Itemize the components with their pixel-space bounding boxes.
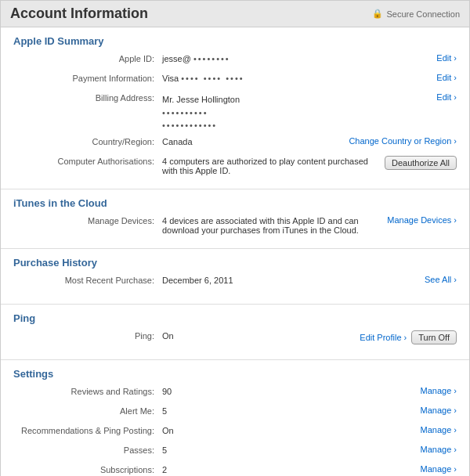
alert-me-value: 5: [162, 406, 371, 416]
payment-row: Payment Information: Visa •••• •••• ••••…: [13, 73, 457, 88]
most-recent-purchase-value: December 6, 2011: [162, 275, 371, 285]
alert-me-label: Alert Me:: [13, 406, 162, 416]
recommendations-row: Recommendations & Ping Posting: On Manag…: [13, 425, 457, 441]
ping-row: Ping: On Edit Profile › Turn Off: [13, 330, 457, 346]
page-header: Account Information 🔒 Secure Connection: [1, 1, 469, 27]
country-label: Country/Region:: [13, 136, 162, 146]
subscriptions-manage-link[interactable]: Manage ›: [421, 464, 457, 474]
recommendations-value: On: [162, 425, 371, 435]
apple-id-value: jesse@ ••••••••: [162, 53, 371, 63]
passes-label: Passes:: [13, 445, 162, 455]
purchase-history-section: Purchase History Most Recent Purchase: D…: [1, 249, 469, 305]
ping-section: Ping Ping: On Edit Profile › Turn Off: [1, 305, 469, 360]
subscriptions-action[interactable]: Manage ›: [371, 464, 457, 474]
page-title: Account Information: [10, 5, 148, 22]
payment-edit-link[interactable]: Edit ›: [436, 73, 457, 82]
billing-edit-action[interactable]: Edit ›: [371, 92, 457, 102]
recommendations-action[interactable]: Manage ›: [371, 425, 457, 435]
most-recent-purchase-row: Most Recent Purchase: December 6, 2011 S…: [13, 275, 457, 290]
passes-value: 5: [162, 445, 371, 455]
recommendations-label: Recommendations & Ping Posting:: [13, 425, 162, 435]
reviews-ratings-action[interactable]: Manage ›: [371, 386, 457, 395]
country-change-action[interactable]: Change Country or Region ›: [349, 136, 457, 146]
most-recent-purchase-label: Most Recent Purchase:: [13, 275, 162, 285]
secure-connection-label: 🔒 Secure Connection: [372, 9, 460, 19]
purchase-history-title: Purchase History: [13, 257, 457, 269]
apple-id-label: Apple ID:: [13, 53, 162, 63]
recommendations-manage-link[interactable]: Manage ›: [421, 425, 457, 435]
apple-id-edit-action[interactable]: Edit ›: [371, 53, 457, 63]
country-change-link[interactable]: Change Country or Region ›: [349, 136, 457, 146]
manage-devices-row: Manage Devices: 4 devices are associated…: [13, 215, 457, 235]
settings-title: Settings: [13, 368, 457, 380]
apple-id-summary-title: Apple ID Summary: [13, 35, 457, 47]
passes-row: Passes: 5 Manage ›: [13, 445, 457, 460]
turn-off-button[interactable]: Turn Off: [411, 330, 457, 344]
payment-edit-action[interactable]: Edit ›: [371, 73, 457, 82]
reviews-ratings-manage-link[interactable]: Manage ›: [421, 386, 457, 395]
billing-row: Billing Address: Mr. Jesse Hollington ••…: [13, 92, 457, 132]
billing-label: Billing Address:: [13, 92, 162, 103]
billing-edit-link[interactable]: Edit ›: [436, 92, 457, 102]
passes-action[interactable]: Manage ›: [371, 445, 457, 454]
ping-label: Ping:: [13, 330, 162, 341]
country-row: Country/Region: Canada Change Country or…: [13, 136, 457, 152]
apple-id-summary-section: Apple ID Summary Apple ID: jesse@ ••••••…: [1, 27, 469, 189]
deauthorize-all-action[interactable]: Deauthorize All: [371, 156, 457, 170]
computer-auth-row: Computer Authorisations: 4 computers are…: [13, 156, 457, 175]
see-all-action[interactable]: See All ›: [371, 275, 457, 284]
alert-me-manage-link[interactable]: Manage ›: [421, 406, 457, 415]
see-all-link[interactable]: See All ›: [425, 275, 457, 284]
subscriptions-value: 2: [162, 464, 371, 474]
passes-manage-link[interactable]: Manage ›: [421, 445, 457, 454]
computer-auth-label: Computer Authorisations:: [13, 156, 162, 166]
alert-me-row: Alert Me: 5 Manage ›: [13, 406, 457, 421]
itunes-cloud-title: iTunes in the Cloud: [13, 197, 457, 209]
apple-id-row: Apple ID: jesse@ •••••••• Edit ›: [13, 53, 457, 69]
settings-section: Settings Reviews and Ratings: 90 Manage …: [1, 360, 469, 477]
itunes-cloud-section: iTunes in the Cloud Manage Devices: 4 de…: [1, 189, 469, 249]
billing-value: Mr. Jesse Hollington •••••••••• ••••••••…: [162, 92, 371, 132]
manage-devices-link[interactable]: Manage Devices ›: [387, 215, 457, 225]
alert-me-action[interactable]: Manage ›: [371, 406, 457, 415]
apple-id-edit-link[interactable]: Edit ›: [436, 53, 457, 63]
ping-title: Ping: [13, 312, 457, 324]
reviews-ratings-row: Reviews and Ratings: 90 Manage ›: [13, 386, 457, 402]
manage-devices-label: Manage Devices:: [13, 215, 162, 225]
payment-value: Visa •••• •••• ••••: [162, 73, 371, 83]
manage-devices-value: 4 devices are associated with this Apple…: [162, 215, 371, 235]
country-value: Canada: [162, 136, 349, 146]
subscriptions-label: Subscriptions:: [13, 464, 162, 474]
computer-auth-value: 4 computers are authorized to play conte…: [162, 156, 371, 175]
ping-value: On: [162, 330, 339, 341]
manage-devices-action[interactable]: Manage Devices ›: [371, 215, 457, 225]
reviews-ratings-value: 90: [162, 386, 371, 396]
ping-actions: Edit Profile › Turn Off: [339, 330, 457, 344]
lock-icon: 🔒: [372, 9, 383, 19]
deauthorize-all-button[interactable]: Deauthorize All: [385, 156, 457, 170]
reviews-ratings-label: Reviews and Ratings:: [13, 386, 162, 396]
payment-label: Payment Information:: [13, 73, 162, 83]
subscriptions-row: Subscriptions: 2 Manage ›: [13, 464, 457, 477]
edit-profile-link[interactable]: Edit Profile ›: [360, 333, 407, 342]
